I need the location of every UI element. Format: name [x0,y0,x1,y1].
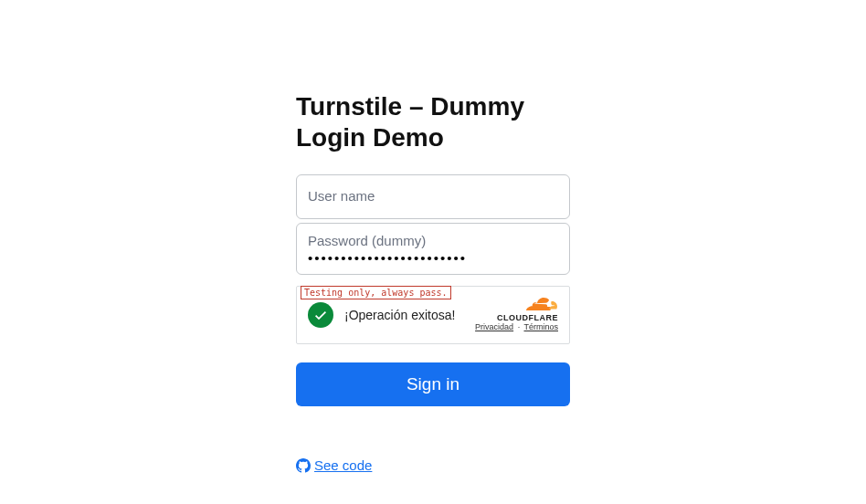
cloudflare-branding: CLOUDFLARE Privacidad · Términos [475,298,558,332]
turnstile-success-text: ¡Operación exitosa! [344,308,475,322]
turnstile-widget: Testing only, always pass. ¡Operación ex… [296,286,570,344]
username-field-group[interactable]: User name [296,174,570,219]
github-icon [296,458,311,473]
testing-badge: Testing only, always pass. [301,286,451,299]
username-label: User name [308,188,558,204]
check-circle-icon [308,302,333,328]
separator: · [518,322,521,331]
privacy-link[interactable]: Privacidad [475,322,513,331]
page-title: Turnstile – Dummy Login Demo [296,91,570,152]
password-label: Password (dummy) [308,233,558,248]
password-input[interactable] [308,250,558,266]
see-code-link[interactable]: See code [296,457,372,473]
signin-button[interactable]: Sign in [296,362,570,406]
cloudflare-logo-icon: CLOUDFLARE [475,298,558,322]
cloudflare-wordmark: CLOUDFLARE [475,314,558,323]
terms-link[interactable]: Términos [523,322,558,331]
see-code-label: See code [314,457,372,473]
password-field-group[interactable]: Password (dummy) [296,223,570,275]
